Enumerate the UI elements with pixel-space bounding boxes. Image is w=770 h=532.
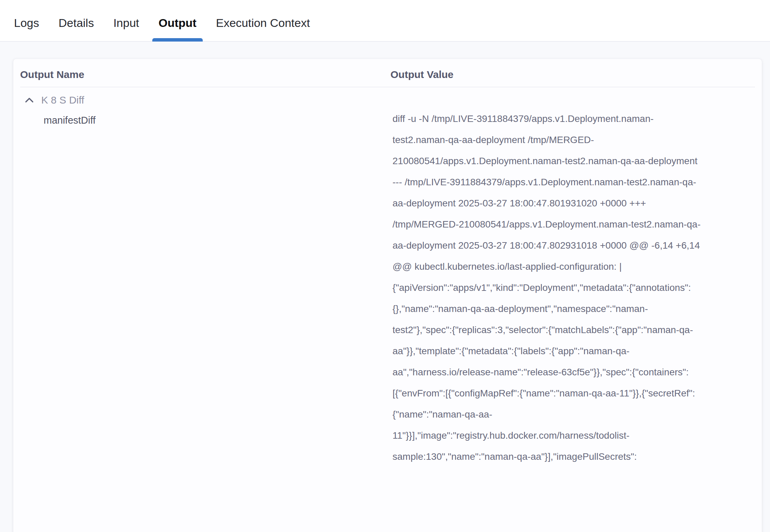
tab-logs[interactable]: Logs bbox=[8, 5, 45, 41]
output-panel: Output Name Output Value K 8 S Diff mani… bbox=[0, 42, 770, 532]
tab-input[interactable]: Input bbox=[107, 5, 145, 41]
group-label: K 8 S Diff bbox=[41, 94, 84, 106]
tab-output[interactable]: Output bbox=[152, 5, 202, 41]
table-row-manifest-diff: manifestDiff diff -u -N /tmp/LIVE-391188… bbox=[13, 107, 762, 467]
output-value-cell: diff -u -N /tmp/LIVE-3911884379/apps.v1.… bbox=[392, 107, 702, 467]
output-table-card: Output Name Output Value K 8 S Diff mani… bbox=[13, 59, 762, 532]
table-header-row: Output Name Output Value bbox=[20, 59, 755, 87]
group-row-k8s-diff[interactable]: K 8 S Diff bbox=[13, 93, 762, 107]
tab-execution-context[interactable]: Execution Context bbox=[210, 5, 316, 41]
column-header-output-value: Output Value bbox=[390, 69, 755, 80]
tab-bar: Logs Details Input Output Execution Cont… bbox=[0, 0, 770, 42]
column-header-output-name: Output Name bbox=[20, 69, 390, 80]
output-name-cell: manifestDiff bbox=[13, 107, 392, 126]
chevron-up-icon[interactable] bbox=[25, 97, 34, 104]
tab-details[interactable]: Details bbox=[52, 5, 100, 41]
